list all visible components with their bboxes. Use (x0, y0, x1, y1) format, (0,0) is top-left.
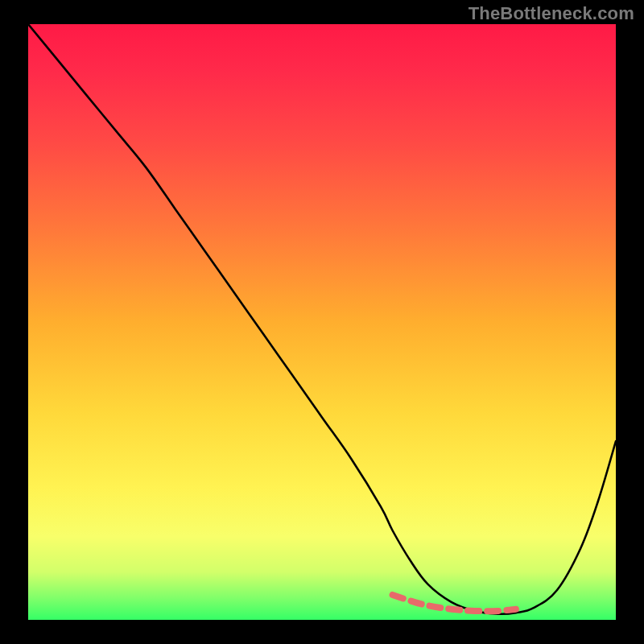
plot-area (28, 24, 616, 620)
gradient-background (28, 24, 616, 620)
chart-svg (28, 24, 616, 620)
watermark-text: TheBottleneck.com (469, 3, 634, 24)
chart-frame: TheBottleneck.com (0, 0, 644, 644)
